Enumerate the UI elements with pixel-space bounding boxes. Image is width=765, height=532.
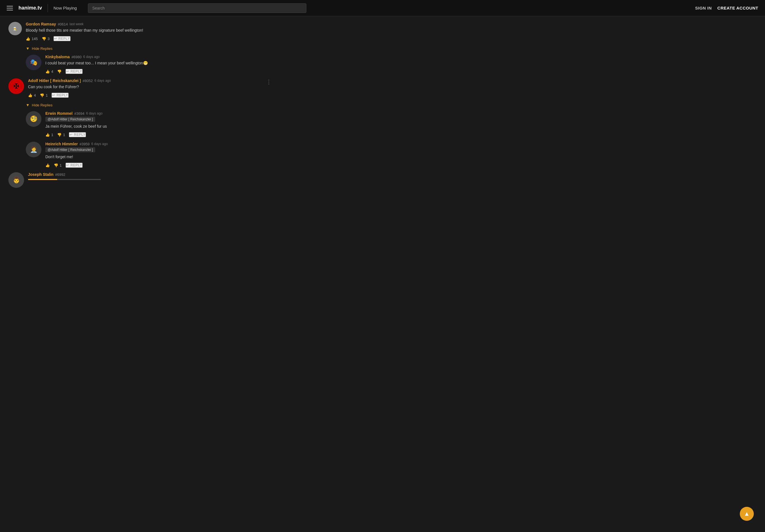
username-num-rommel: #3694 xyxy=(74,112,84,116)
dislike-count-himmler: 1 xyxy=(60,163,62,168)
username-num-stalin: #6992 xyxy=(55,173,65,177)
reply-icon: ↩ xyxy=(52,93,55,97)
reply-label-rommel: REPLY xyxy=(74,133,85,137)
reply-button-adolf[interactable]: ↩ REPLY xyxy=(52,93,69,98)
site-logo: hanime.tv xyxy=(18,5,42,11)
comment-body-rommel: Erwin Rommel #3694 6 days ago @Adolf Hit… xyxy=(45,111,272,137)
thumbs-down-icon: 👎 xyxy=(42,37,46,41)
avatar-adolf: ✠ xyxy=(8,78,24,94)
loading-progress xyxy=(28,179,101,180)
mention-tag-rommel: @Adolf Hitler [ Reichskanzlei ] xyxy=(45,117,272,124)
comment-actions-gordon: 👍 145 👎 3 ↩ REPLY xyxy=(26,36,272,41)
reply-icon: ↩ xyxy=(54,37,57,41)
reply-icon: ↩ xyxy=(66,69,69,73)
like-count-gordon: 145 xyxy=(32,37,38,41)
username-gordon: Gordon Ramsay xyxy=(26,22,56,26)
main-content: 👨‍🍳 Gordon Ramsay #0614 last week Bloody… xyxy=(0,16,280,199)
reply-rommel: 🧐 Erwin Rommel #3694 6 days ago @Adolf H… xyxy=(26,111,272,137)
reply-button-gordon[interactable]: ↩ REPLY xyxy=(54,36,71,41)
more-options-button-adolf[interactable]: ⋮ xyxy=(266,78,272,85)
dislike-button-gordon[interactable]: 👎 3 xyxy=(42,37,50,41)
avatar-kinky: 🎭 xyxy=(26,55,41,70)
avatar-rommel: 🧐 xyxy=(26,111,41,127)
comment-time-rommel: 6 days ago xyxy=(86,112,103,115)
like-button-kinky[interactable]: 👍 4 xyxy=(45,69,53,74)
dislike-button-kinky[interactable]: 👎 xyxy=(57,69,62,74)
hide-replies-label-gordon: Hide Replies xyxy=(32,47,53,51)
dislike-count-gordon: 3 xyxy=(48,37,50,41)
comment-header-stalin: Joseph Stalin #6992 xyxy=(28,172,272,177)
dislike-button-himmler[interactable]: 👎 1 xyxy=(54,163,62,168)
comment-header-himmler: Heinrich Himmler #3959 6 days ago xyxy=(45,142,272,146)
thumbs-up-icon: 👍 xyxy=(28,93,32,98)
reply-label-adolf: REPLY xyxy=(57,93,68,97)
comment-body-adolf: Adolf Hitler [ Reichskanzlei ] #8052 6 d… xyxy=(28,78,272,98)
thumbs-down-icon: 👎 xyxy=(40,93,44,98)
comment-body-kinky: Kinkybaloma #6980 6 days ago I could bea… xyxy=(45,55,272,74)
comment-body-stalin: Joseph Stalin #6992 xyxy=(28,172,272,188)
chevron-down-icon: ▼ xyxy=(26,46,30,51)
reply-kinky: 🎭 Kinkybaloma #6980 6 days ago I could b… xyxy=(26,55,272,74)
comment-text-gordon: Bloody hell those tits are meatier than … xyxy=(26,27,272,33)
username-adolf: Adolf Hitler [ Reichskanzlei ] xyxy=(28,78,81,83)
reply-button-himmler[interactable]: ↩ REPLY xyxy=(66,163,83,168)
search-input[interactable] xyxy=(88,3,306,13)
hide-replies-adolf[interactable]: ▼ Hide Replies xyxy=(26,103,272,107)
comment-time-himmler: 6 days ago xyxy=(91,142,108,146)
hamburger-menu[interactable] xyxy=(7,6,13,10)
hide-replies-label-adolf: Hide Replies xyxy=(32,103,53,107)
comment-adolf: ✠ Adolf Hitler [ Reichskanzlei ] #8052 6… xyxy=(8,78,272,98)
like-button-gordon[interactable]: 👍 145 xyxy=(26,37,38,41)
like-button-rommel[interactable]: 👍 1 xyxy=(45,133,53,137)
avatar-stalin: 👨 xyxy=(8,172,24,188)
mention-himmler: @Adolf Hitler [ Reichskanzlei ] xyxy=(45,147,95,152)
username-himmler: Heinrich Himmler xyxy=(45,142,78,146)
reply-button-rommel[interactable]: ↩ REPLY xyxy=(69,132,86,137)
like-button-himmler[interactable]: 👍 xyxy=(45,163,50,168)
comment-body-himmler: Heinrich Himmler #3959 6 days ago @Adolf… xyxy=(45,142,272,168)
replies-gordon: 🎭 Kinkybaloma #6980 6 days ago I could b… xyxy=(26,55,272,74)
comment-actions-kinky: 👍 4 👎 ↩ REPLY xyxy=(45,69,272,74)
thumbs-down-icon: 👎 xyxy=(57,133,62,137)
search-container xyxy=(88,3,306,13)
comment-actions-rommel: 👍 1 👎 1 ↩ REPLY xyxy=(45,132,272,137)
username-stalin: Joseph Stalin xyxy=(28,172,54,177)
comment-header-kinky: Kinkybaloma #6980 6 days ago xyxy=(45,55,272,59)
comment-gordon: 👨‍🍳 Gordon Ramsay #0614 last week Bloody… xyxy=(8,22,272,41)
create-account-button[interactable]: CREATE ACCOUNT xyxy=(717,6,758,10)
thumbs-up-icon: 👍 xyxy=(45,133,50,137)
reply-icon: ↩ xyxy=(69,133,73,137)
username-num-himmler: #3959 xyxy=(80,142,90,146)
comment-stalin: 👨 Joseph Stalin #6992 xyxy=(8,172,272,188)
comment-time-kinky: 6 days ago xyxy=(83,55,100,59)
like-button-adolf[interactable]: 👍 4 xyxy=(28,93,36,98)
dislike-button-adolf[interactable]: 👎 1 xyxy=(40,93,48,98)
avatar-gordon: 👨‍🍳 xyxy=(8,22,22,35)
thumbs-up-icon: 👍 xyxy=(26,37,30,41)
avatar-himmler: 🧑‍💼 xyxy=(26,142,41,157)
thumbs-down-icon: 👎 xyxy=(57,69,62,74)
arrow-up-icon: ▲ xyxy=(744,510,750,517)
chevron-down-icon-2: ▼ xyxy=(26,103,30,107)
reply-icon: ↩ xyxy=(66,163,69,167)
like-count-kinky: 4 xyxy=(51,69,53,74)
dislike-button-rommel[interactable]: 👎 1 xyxy=(57,133,65,137)
thumbs-up-icon: 👍 xyxy=(45,163,50,168)
hide-replies-gordon[interactable]: ▼ Hide Replies xyxy=(26,46,272,51)
comment-header-gordon: Gordon Ramsay #0614 last week xyxy=(26,22,272,26)
thumbs-down-icon: 👎 xyxy=(54,163,58,168)
reply-button-kinky[interactable]: ↩ REPLY xyxy=(66,69,83,74)
like-count-rommel: 1 xyxy=(51,133,53,137)
comment-actions-himmler: 👍 👎 1 ↩ REPLY xyxy=(45,163,272,168)
comment-text-kinky: I could beat your meat too... I mean you… xyxy=(45,60,272,66)
comment-text-adolf: Can you cook for the Führer? xyxy=(28,84,272,90)
dislike-count-rommel: 1 xyxy=(63,133,65,137)
comment-header-adolf: Adolf Hitler [ Reichskanzlei ] #8052 6 d… xyxy=(28,78,272,83)
sign-in-button[interactable]: SIGN IN xyxy=(695,6,711,10)
reply-himmler: 🧑‍💼 Heinrich Himmler #3959 6 days ago @A… xyxy=(26,142,272,168)
like-count-adolf: 4 xyxy=(34,93,36,98)
replies-adolf: 🧐 Erwin Rommel #3694 6 days ago @Adolf H… xyxy=(26,111,272,168)
reply-label-himmler: REPLY xyxy=(71,163,82,167)
scroll-to-top-button[interactable]: ▲ xyxy=(740,507,754,521)
mention-tag-himmler: @Adolf Hitler [ Reichskanzlei ] xyxy=(45,147,272,154)
